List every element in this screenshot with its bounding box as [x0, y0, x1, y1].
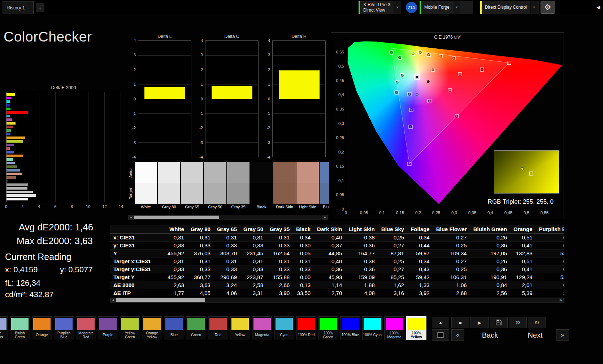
save-button[interactable] — [490, 317, 508, 328]
add-tab-button[interactable]: + — [36, 3, 44, 12]
scroll-right-icon[interactable]: ▶ — [559, 298, 564, 302]
gridline — [205, 41, 258, 41]
patch-button-100-magenta[interactable]: 100% Magenta — [384, 316, 404, 340]
continuous-read-button[interactable]: ∞ — [509, 317, 527, 328]
table-cell: 0,13 — [293, 281, 314, 289]
table-cell: 0,84 — [470, 281, 510, 289]
table-header-cell: Blue Sky — [378, 225, 407, 233]
play-icon: ▶ — [478, 320, 481, 325]
gridline — [104, 92, 105, 202]
patch-target-swatch — [204, 183, 226, 204]
axis-tick: -1 — [266, 111, 270, 116]
stop-button[interactable]: ■ — [451, 317, 469, 328]
patch-strip-scrollbar[interactable]: ◀ ▶ — [128, 215, 328, 220]
cie-measured-point — [419, 51, 421, 53]
avg-de2000: Avg dE2000: 1,46 — [19, 222, 93, 233]
de-bar — [6, 169, 20, 172]
swatch-label: Moderate Red — [77, 330, 95, 339]
patch-button-blue[interactable]: Blue — [164, 316, 184, 340]
swatch-color — [342, 318, 359, 330]
play-button[interactable]: ▶ — [470, 317, 489, 328]
table-row: y: CIE310,330,330,330,330,330,300,370,36… — [110, 241, 564, 249]
patch-button-bluish-green[interactable]: Bluish Green — [10, 316, 30, 340]
table-cell: 3,50 — [536, 289, 564, 297]
table-cell: 290,69 — [214, 273, 240, 281]
next-button[interactable]: Next — [517, 329, 553, 341]
patch-button-yellow[interactable]: Yellow — [230, 316, 250, 340]
swatch-label: Yellow Green — [121, 330, 139, 339]
patch-button-magenta[interactable]: Magenta — [252, 316, 272, 340]
scrollbar-thumb[interactable] — [134, 216, 219, 219]
gridline — [205, 99, 258, 99]
scrollbar-track[interactable] — [116, 298, 559, 302]
patch-button-purplish-blue[interactable]: Purplish Blue — [54, 316, 74, 340]
axis-tick: 0 — [268, 97, 270, 101]
gridline — [205, 113, 258, 114]
back-button[interactable]: Back — [467, 329, 513, 341]
tab-history-1[interactable]: History 1 — [2, 1, 34, 14]
axis-tick: -3 — [199, 140, 203, 145]
patch-button-purple[interactable]: Purple — [98, 316, 118, 340]
gridline — [273, 113, 325, 114]
patch-button-red[interactable]: Red — [208, 316, 228, 340]
table-scrollbar[interactable]: ◀ ▶ — [110, 298, 564, 303]
patch-button-100-yellow[interactable]: 100% Yellow — [406, 316, 426, 340]
save-icon — [496, 320, 502, 325]
chevron-double-right-icon: » — [561, 332, 564, 339]
axis-tick: 4 — [201, 38, 203, 43]
gridline — [138, 128, 191, 128]
cie-measured-point — [409, 126, 412, 128]
delta-y-axis: 43210-1-2-3-4 — [194, 40, 204, 157]
table-cell: 0,31 — [187, 233, 214, 241]
patch-button-100-red[interactable]: 100% Red — [296, 316, 316, 340]
axis-tick: 0 — [134, 97, 136, 101]
settings-button[interactable]: ⚙ — [541, 1, 555, 14]
chevron-down-icon[interactable]: ▼ — [394, 1, 401, 14]
patch-button-orange[interactable]: Orange — [32, 316, 52, 340]
chevron-down-icon[interactable]: ▼ — [530, 1, 538, 14]
axis-tick: 10 — [86, 204, 90, 209]
table-cell: 3,63 — [187, 281, 214, 289]
table-cell: 0,44 — [407, 241, 433, 249]
table-cell: 0,31 — [240, 233, 266, 241]
scroll-left-icon[interactable]: ◀ — [110, 298, 116, 302]
swatch-label: Green — [187, 330, 205, 339]
pattern-preview-button[interactable] — [432, 329, 449, 341]
table-header-cell: Bluish Green — [470, 225, 510, 233]
repeat-measure-button[interactable]: ↻ — [528, 317, 546, 328]
patch-button-cyan[interactable]: Cyan — [274, 316, 294, 340]
table-cell: 0,36 — [345, 265, 378, 273]
patch-button-100-cyan[interactable]: 100% Cyan — [362, 316, 382, 340]
patch-button-orange-yellow[interactable]: Orange Yellow — [142, 316, 162, 340]
delta-bar — [144, 87, 185, 99]
chevron-down-icon[interactable]: ▼ — [453, 1, 460, 14]
display-control-dropdown[interactable]: Direct Display Control ▼ — [480, 1, 539, 14]
patch-button-100-blue[interactable]: 100% Blue — [340, 316, 360, 340]
gridline — [138, 142, 191, 143]
table-row: x: CIE310,310,310,310,310,310,340,400,38… — [110, 233, 564, 241]
scroll-left-icon[interactable]: ◀ — [129, 215, 134, 220]
collapse-panel-button[interactable]: ◀ — [594, 3, 602, 12]
table-cell: 0,26 — [470, 233, 510, 241]
table-cell: 4,08 — [345, 289, 378, 297]
scroll-right-icon[interactable]: ▶ — [322, 215, 327, 220]
patch-button-moderate-red[interactable]: Moderate Red — [76, 316, 96, 340]
patch-button-blue-flower[interactable]: Blue Flower — [0, 316, 8, 340]
table-cell: 0,00 — [293, 273, 314, 281]
scrollbar-track[interactable] — [134, 215, 322, 220]
patch-button-green[interactable]: Green — [186, 316, 206, 340]
scrollbar-thumb[interactable] — [116, 298, 205, 302]
expand-up-button[interactable]: ▲ — [432, 317, 449, 328]
table-header-cell: Gray 35 — [266, 225, 293, 233]
patch-button-yellow-green[interactable]: Yellow Green — [120, 316, 140, 340]
meter-dropdown[interactable]: X-Rite i1Pro 3 Direct View ▼ — [359, 1, 401, 14]
row-label: ΔE 2000 — [110, 281, 164, 289]
workflow-dropdown[interactable]: Mobile Forge ▼ — [420, 1, 473, 14]
back-arrow-button[interactable]: « — [451, 329, 464, 341]
table-cell: 0,31 — [164, 233, 187, 241]
patch-button-100-green[interactable]: 100% Green — [318, 316, 338, 340]
gridline — [205, 128, 258, 128]
swatch-label: Magenta — [253, 330, 272, 339]
table-header-cell: White — [164, 225, 187, 233]
next-arrow-button[interactable]: » — [556, 329, 569, 341]
